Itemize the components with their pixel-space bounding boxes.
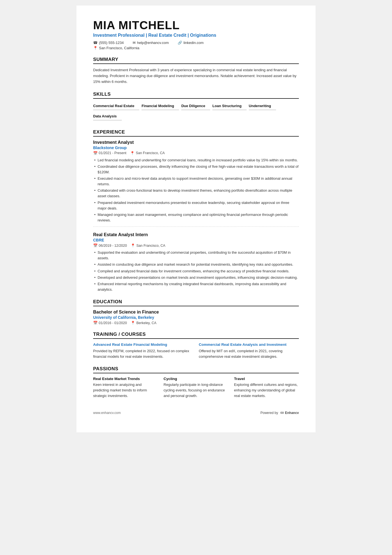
passions-container: Real Estate Market TrendsKeen interest i… xyxy=(93,377,299,399)
job-location: San Francisco, CA xyxy=(136,151,165,155)
skills-section: SKILLS Commercial Real EstateFinancial M… xyxy=(93,92,299,123)
phone-number: (555) 555-1234 xyxy=(99,41,124,45)
edu-school: University of California, Berkeley xyxy=(93,315,299,320)
list-item: Executed macro and micro-level data anal… xyxy=(93,176,299,187)
passions-section: PASSIONS Real Estate Market TrendsKeen i… xyxy=(93,366,299,399)
passion-item: CyclingRegularly participate in long-dis… xyxy=(163,377,228,399)
list-item: Enhanced internal reporting mechanisms b… xyxy=(93,281,299,292)
phone-icon: ☎ xyxy=(93,41,98,45)
candidate-title: Investment Professional | Real Estate Cr… xyxy=(93,33,299,38)
job-entry: Investment AnalystBlackstone Group 📅 01/… xyxy=(93,140,299,227)
resume-page: MIA MITCHELL Investment Professional | R… xyxy=(76,6,316,432)
candidate-name: MIA MITCHELL xyxy=(93,19,299,32)
summary-text: Dedicated Investment Professional with 3… xyxy=(93,67,299,85)
skill-item: Financial Modeling xyxy=(142,102,179,110)
contact-row: ☎ (555) 555-1234 ✉ help@enhancv.com 🔗 li… xyxy=(93,41,299,45)
skill-item: Underwriting xyxy=(249,102,276,110)
skill-item: Loan Structuring xyxy=(212,102,247,110)
skill-item: Commercial Real Estate xyxy=(93,102,139,110)
job-title: Real Estate Analyst Intern xyxy=(93,232,299,237)
job-bullets: Supported the evaluation and underwritin… xyxy=(93,250,299,292)
list-item: Developed and delivered presentations on… xyxy=(93,275,299,280)
enhancv-icon: ∞ xyxy=(280,410,284,416)
education-title: EDUCATION xyxy=(93,299,299,306)
edu-date: 01/2016 - 01/2020 xyxy=(99,321,127,325)
location-icon: 📍 xyxy=(93,46,98,50)
location-icon: 📍 xyxy=(130,151,135,155)
linkedin-contact[interactable]: 🔗 linkedin.com xyxy=(178,41,204,45)
phone-contact: ☎ (555) 555-1234 xyxy=(93,41,124,45)
jobs-container: Investment AnalystBlackstone Group 📅 01/… xyxy=(93,140,299,293)
skill-item: Due Diligence xyxy=(181,102,210,110)
education-block: Bachelor of Science in Finance Universit… xyxy=(93,310,299,325)
training-container: Advanced Real Estate Financial ModelingP… xyxy=(93,342,299,359)
footer-website: www.enhancv.com xyxy=(93,411,121,415)
edu-location: Berkeley, CA xyxy=(136,321,156,325)
job-company: CBRE xyxy=(93,238,299,242)
linkedin-icon: 🔗 xyxy=(178,41,182,45)
skill-item: Data Analysis xyxy=(93,112,122,120)
training-title: TRAINING / COURSES xyxy=(93,332,299,339)
skills-title: SKILLS xyxy=(93,92,299,99)
training-item-title: Commercial Real Estate Analysis and Inve… xyxy=(199,342,299,347)
training-item-desc: Provided by REFM, completed in 2022, foc… xyxy=(93,348,193,359)
list-item: Led financial modeling and underwriting … xyxy=(93,157,299,163)
job-location-item: 📍 San Francisco, CA xyxy=(131,243,165,248)
job-meta: 📅 06/2019 - 12/2020 📍 San Francisco, CA xyxy=(93,243,299,248)
passion-item: TravelExploring different cultures and r… xyxy=(234,377,299,399)
edu-location-item: 📍 Berkeley, CA xyxy=(131,321,156,325)
edu-meta: 📅 01/2016 - 01/2020 📍 Berkeley, CA xyxy=(93,321,299,325)
passion-title: Travel xyxy=(234,377,299,381)
linkedin-url: linkedin.com xyxy=(183,41,204,45)
footer: www.enhancv.com Powered by ∞ Enhancv xyxy=(93,410,299,416)
job-location: San Francisco, CA xyxy=(136,244,165,248)
training-item-desc: Offered by MIT on edX, completed in 2021… xyxy=(199,348,299,359)
job-date: 01/2021 - Present xyxy=(99,151,126,155)
footer-logo: Powered by ∞ Enhancv xyxy=(260,410,299,416)
passion-title: Real Estate Market Trends xyxy=(93,377,158,381)
summary-section: SUMMARY Dedicated Investment Professiona… xyxy=(93,57,299,85)
email-icon: ✉ xyxy=(133,41,136,45)
passion-title: Cycling xyxy=(163,377,228,381)
job-meta: 📅 01/2021 - Present 📍 San Francisco, CA xyxy=(93,151,299,155)
header: MIA MITCHELL Investment Professional | R… xyxy=(93,19,299,50)
calendar-icon: 📅 xyxy=(93,151,98,155)
job-date-item: 📅 01/2021 - Present xyxy=(93,151,126,155)
list-item: Coordinated due diligence processes, dir… xyxy=(93,164,299,175)
edu-location-icon: 📍 xyxy=(131,321,135,325)
experience-title: EXPERIENCE xyxy=(93,129,299,137)
passions-title: PASSIONS xyxy=(93,366,299,373)
job-date-item: 📅 06/2019 - 12/2020 xyxy=(93,243,127,248)
training-item: Commercial Real Estate Analysis and Inve… xyxy=(199,342,299,359)
job-bullets: Led financial modeling and underwriting … xyxy=(93,157,299,223)
passion-desc: Keen interest in analyzing and predictin… xyxy=(93,382,158,399)
passion-desc: Regularly participate in long-distance c… xyxy=(163,382,228,399)
list-item: Compiled and analyzed financial data for… xyxy=(93,268,299,274)
powered-by-text: Powered by xyxy=(260,411,278,415)
list-item: Collaborated with cross-functional teams… xyxy=(93,188,299,199)
job-title: Investment Analyst xyxy=(93,140,299,145)
training-item: Advanced Real Estate Financial ModelingP… xyxy=(93,342,193,359)
job-entry: Real Estate Analyst InternCBRE 📅 06/2019… xyxy=(93,232,299,292)
calendar-icon: 📅 xyxy=(93,243,98,248)
experience-section: EXPERIENCE Investment AnalystBlackstone … xyxy=(93,129,299,293)
training-item-title: Advanced Real Estate Financial Modeling xyxy=(93,342,193,347)
list-item: Managed ongoing loan asset management, e… xyxy=(93,212,299,223)
email-contact: ✉ help@enhancv.com xyxy=(133,41,169,45)
calendar-icon: 📅 xyxy=(93,321,98,325)
training-section: TRAINING / COURSES Advanced Real Estate … xyxy=(93,332,299,359)
location-row: 📍 San Francisco, California xyxy=(93,46,299,50)
job-location-item: 📍 San Francisco, CA xyxy=(130,151,165,155)
location-text: San Francisco, California xyxy=(99,46,139,50)
list-item: Prepared detailed investment memorandums… xyxy=(93,200,299,211)
list-item: Supported the evaluation and underwritin… xyxy=(93,250,299,261)
list-item: Assisted in conducting due diligence and… xyxy=(93,262,299,267)
education-section: EDUCATION Bachelor of Science in Finance… xyxy=(93,299,299,325)
location-icon: 📍 xyxy=(131,243,135,248)
job-company: Blackstone Group xyxy=(93,145,299,150)
skills-container: Commercial Real EstateFinancial Modeling… xyxy=(93,102,299,123)
email-address: help@enhancv.com xyxy=(137,41,169,45)
job-date: 06/2019 - 12/2020 xyxy=(99,244,127,248)
passion-item: Real Estate Market TrendsKeen interest i… xyxy=(93,377,158,399)
enhancv-brand: Enhancv xyxy=(285,411,299,415)
